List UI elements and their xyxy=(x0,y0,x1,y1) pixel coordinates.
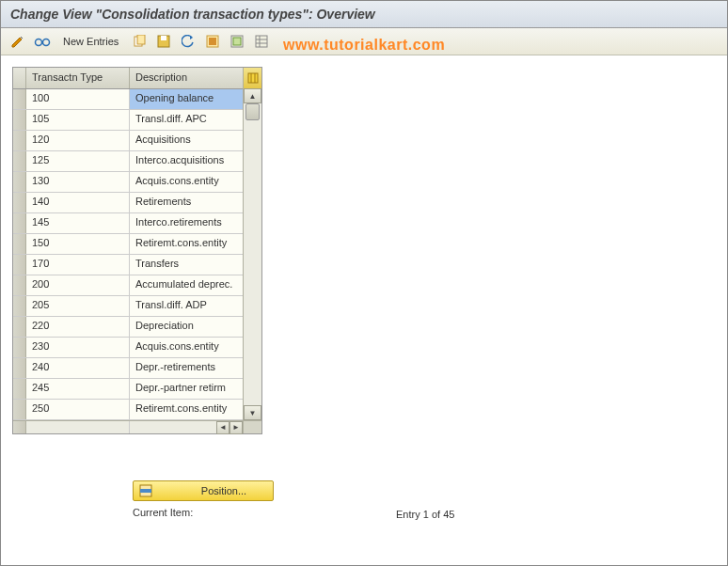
cell-description[interactable]: Transl.diff. ADP xyxy=(130,296,243,316)
position-button-label: Position... xyxy=(181,485,267,496)
cell-type[interactable]: 245 xyxy=(26,379,130,399)
svg-point-0 xyxy=(36,39,42,46)
row-selector[interactable] xyxy=(13,338,26,357)
col-header-type[interactable]: Transactn Type xyxy=(26,68,130,88)
cell-type[interactable]: 250 xyxy=(26,400,130,419)
undo-icon[interactable] xyxy=(179,32,198,51)
cell-description[interactable]: Depr.-partner retirm xyxy=(130,379,243,399)
cell-description[interactable]: Retirements xyxy=(130,193,243,212)
copy-icon[interactable] xyxy=(130,32,149,51)
cell-type[interactable]: 145 xyxy=(26,213,130,233)
col-header-desc[interactable]: Description xyxy=(130,68,243,88)
cell-description[interactable]: Interco.retirements xyxy=(130,213,243,233)
cell-type[interactable]: 240 xyxy=(26,358,130,378)
cell-description[interactable]: Depr.-retirements xyxy=(130,358,243,378)
cell-type[interactable]: 170 xyxy=(26,255,130,275)
row-selector[interactable] xyxy=(13,131,26,150)
row-selector[interactable] xyxy=(13,193,26,212)
cell-description[interactable]: Acquisitions xyxy=(130,131,243,150)
table-row[interactable]: 200Accumulated deprec. xyxy=(13,275,261,296)
current-item-label: Current Item: xyxy=(133,507,603,518)
table-row[interactable]: 100Opening balance xyxy=(13,89,261,110)
row-selector[interactable] xyxy=(13,255,26,275)
cell-type[interactable]: 100 xyxy=(26,89,130,109)
grid-header: Transactn Type Description xyxy=(13,68,261,89)
vertical-scrollbar[interactable]: ▲ ▼ xyxy=(243,88,261,420)
table-row[interactable]: 140Retirements xyxy=(13,193,261,213)
table-row[interactable]: 240Depr.-retirements xyxy=(13,358,261,379)
table-row[interactable]: 130Acquis.cons.entity xyxy=(13,172,261,193)
select-all-icon[interactable] xyxy=(203,32,222,51)
glasses-icon[interactable] xyxy=(33,32,52,51)
table-row[interactable]: 205Transl.diff. ADP xyxy=(13,296,261,317)
cell-type[interactable]: 200 xyxy=(26,275,130,295)
cell-description[interactable]: Depreciation xyxy=(130,317,243,337)
table-settings-icon[interactable] xyxy=(252,32,271,51)
cell-description[interactable]: Transfers xyxy=(130,255,243,275)
svg-point-1 xyxy=(43,39,50,46)
cell-type[interactable]: 125 xyxy=(26,151,130,171)
row-selector[interactable] xyxy=(13,89,26,109)
scroll-left-icon[interactable]: ◄ xyxy=(216,421,229,434)
cell-type[interactable]: 205 xyxy=(26,296,130,316)
data-grid: Transactn Type Description 100Opening ba… xyxy=(12,67,262,434)
row-selector[interactable] xyxy=(13,172,26,192)
select-all-column[interactable] xyxy=(13,68,26,88)
position-button[interactable]: Position... xyxy=(133,480,274,501)
cell-description[interactable]: Acquis.cons.entity xyxy=(130,172,243,192)
scroll-thumb[interactable] xyxy=(245,103,260,120)
row-selector[interactable] xyxy=(13,234,26,254)
row-selector[interactable] xyxy=(13,151,26,171)
cell-type[interactable]: 140 xyxy=(26,193,130,212)
svg-rect-5 xyxy=(161,36,166,40)
cell-type[interactable]: 105 xyxy=(26,110,130,130)
svg-rect-7 xyxy=(209,38,216,45)
cell-type[interactable]: 150 xyxy=(26,234,130,254)
footer-area: Position... Current Item: xyxy=(133,480,603,518)
table-row[interactable]: 250Retiremt.cons.entity xyxy=(13,400,261,420)
cell-description[interactable]: Interco.acquisitions xyxy=(130,151,243,171)
scroll-down-icon[interactable]: ▼ xyxy=(244,405,261,420)
deselect-all-icon[interactable] xyxy=(228,32,246,51)
scroll-track[interactable] xyxy=(244,103,261,405)
row-selector[interactable] xyxy=(13,400,26,419)
table-row[interactable]: 145Interco.retirements xyxy=(13,213,261,234)
cell-description[interactable]: Retiremt.cons.entity xyxy=(130,234,243,254)
cell-description[interactable]: Accumulated deprec. xyxy=(130,275,243,295)
table-row[interactable]: 150Retiremt.cons.entity xyxy=(13,234,261,255)
entry-counter: Entry 1 of 45 xyxy=(396,509,454,520)
row-selector[interactable] xyxy=(13,275,26,295)
page-title: Change View "Consolidation transaction t… xyxy=(10,7,375,22)
row-selector[interactable] xyxy=(13,317,26,337)
table-row[interactable]: 105Transl.diff. APC xyxy=(13,110,261,131)
table-row[interactable]: 245Depr.-partner retirm xyxy=(13,379,261,400)
cell-description[interactable]: Acquis.cons.entity xyxy=(130,338,243,357)
new-entries-button[interactable]: New Entries xyxy=(57,34,124,49)
svg-rect-18 xyxy=(140,489,151,493)
table-row[interactable]: 230Acquis.cons.entity xyxy=(13,338,261,358)
cell-type[interactable]: 120 xyxy=(26,131,130,150)
cell-description[interactable]: Opening balance xyxy=(130,89,243,109)
grid-body: 100Opening balance105Transl.diff. APC120… xyxy=(13,89,261,420)
row-selector[interactable] xyxy=(13,213,26,233)
row-selector[interactable] xyxy=(13,296,26,316)
row-selector[interactable] xyxy=(13,379,26,399)
svg-rect-3 xyxy=(137,35,145,44)
row-selector[interactable] xyxy=(13,110,26,130)
scroll-right-icon[interactable]: ► xyxy=(229,421,243,434)
table-row[interactable]: 120Acquisitions xyxy=(13,131,261,151)
cell-type[interactable]: 230 xyxy=(26,338,130,357)
cell-type[interactable]: 220 xyxy=(26,317,130,337)
table-row[interactable]: 220Depreciation xyxy=(13,317,261,338)
save-icon[interactable] xyxy=(154,32,173,51)
row-selector[interactable] xyxy=(13,358,26,378)
cell-type[interactable]: 130 xyxy=(26,172,130,192)
configure-columns-icon[interactable] xyxy=(243,68,261,88)
change-icon[interactable] xyxy=(8,32,27,51)
scroll-up-icon[interactable]: ▲ xyxy=(244,88,261,103)
svg-rect-9 xyxy=(233,38,241,45)
cell-description[interactable]: Transl.diff. APC xyxy=(130,110,243,130)
table-row[interactable]: 170Transfers xyxy=(13,255,261,275)
cell-description[interactable]: Retiremt.cons.entity xyxy=(130,400,243,419)
table-row[interactable]: 125Interco.acquisitions xyxy=(13,151,261,172)
